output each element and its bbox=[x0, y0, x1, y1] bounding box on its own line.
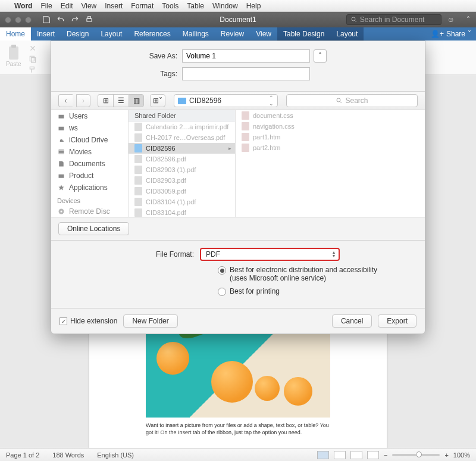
icon-view-icon[interactable]: ⊞ bbox=[98, 94, 113, 107]
print-layout-view-icon[interactable] bbox=[317, 451, 329, 459]
new-folder-button[interactable]: New Folder bbox=[123, 314, 177, 328]
menu-window[interactable]: Window bbox=[212, 2, 238, 10]
sidebar-item[interactable]: Documents bbox=[51, 158, 128, 170]
location-dropdown[interactable]: CID82596 ⌃⌄ bbox=[174, 94, 278, 107]
file-row[interactable]: CH-2017 re…Overseas.pdf bbox=[129, 132, 235, 143]
tab-table-layout[interactable]: Layout bbox=[330, 27, 364, 41]
radio-electronic[interactable] bbox=[218, 266, 226, 275]
tab-home[interactable]: Home bbox=[0, 27, 31, 41]
body-text[interactable]: Want to insert a picture from your files… bbox=[89, 418, 387, 436]
web-layout-view-icon[interactable] bbox=[334, 451, 346, 459]
file-row[interactable]: CID82903 (1).pdf bbox=[129, 164, 235, 175]
menu-edit[interactable]: Edit bbox=[61, 2, 73, 10]
menu-format[interactable]: Format bbox=[131, 2, 154, 10]
file-row[interactable]: part1.htm bbox=[236, 132, 425, 142]
format-painter-icon[interactable] bbox=[29, 66, 37, 74]
radio-printing[interactable] bbox=[218, 288, 226, 296]
menu-insert[interactable]: Insert bbox=[105, 2, 123, 10]
file-row[interactable]: Calendario 2…a imprimir.pdf bbox=[129, 122, 235, 132]
outline-view-icon[interactable] bbox=[350, 451, 362, 459]
file-row[interactable]: CID83104.pdf bbox=[129, 207, 235, 217]
tab-table-design[interactable]: Table Design bbox=[277, 27, 330, 41]
tab-review[interactable]: Review bbox=[215, 27, 250, 41]
tab-mailings[interactable]: Mailings bbox=[177, 27, 215, 41]
file-row[interactable]: navigation.css bbox=[236, 121, 425, 132]
menu-view[interactable]: View bbox=[81, 2, 96, 10]
file-name: CID83104.pdf bbox=[146, 209, 186, 216]
sidebar-item[interactable]: iCloud Drive bbox=[51, 134, 128, 146]
column-view-icon[interactable]: ▥ bbox=[129, 94, 144, 107]
tab-view[interactable]: View bbox=[250, 27, 277, 41]
paste-label[interactable]: Paste bbox=[6, 61, 21, 67]
word-count[interactable]: 188 Words bbox=[52, 451, 84, 459]
svg-rect-4 bbox=[11, 45, 16, 48]
hide-extension-label: Hide extension bbox=[70, 317, 117, 325]
app-menu[interactable]: Word bbox=[14, 2, 32, 10]
tab-references[interactable]: References bbox=[128, 27, 176, 41]
share-button[interactable]: 👤+Share˅ bbox=[426, 27, 476, 41]
file-icon bbox=[134, 198, 142, 206]
menu-help[interactable]: Help bbox=[246, 2, 261, 10]
print-icon[interactable] bbox=[85, 15, 93, 24]
file-format-dropdown[interactable]: PDF ▴▾ bbox=[200, 248, 340, 261]
file-name: CID82903.pdf bbox=[146, 177, 186, 184]
save-icon[interactable] bbox=[42, 15, 51, 24]
file-row[interactable]: part2.htm bbox=[236, 142, 425, 153]
language-indicator[interactable]: English (US) bbox=[97, 451, 134, 459]
browser-search[interactable]: Search bbox=[286, 94, 418, 107]
undo-icon[interactable] bbox=[57, 15, 65, 24]
menu-tools[interactable]: Tools bbox=[162, 2, 178, 10]
file-row[interactable]: CID82596 bbox=[129, 143, 235, 154]
export-button[interactable]: Export bbox=[378, 314, 416, 328]
collapse-button[interactable]: ˄ bbox=[314, 49, 327, 63]
sidebar-item[interactable]: Users bbox=[51, 110, 128, 122]
cut-icon[interactable] bbox=[29, 44, 37, 52]
zoom-out-icon[interactable]: − bbox=[384, 451, 387, 459]
search-in-document[interactable]: Search in Document bbox=[346, 14, 441, 25]
sidebar-icon bbox=[57, 148, 65, 155]
back-button[interactable]: ‹ bbox=[58, 94, 73, 107]
file-row[interactable]: document.css bbox=[236, 110, 425, 121]
redo-icon[interactable] bbox=[71, 15, 79, 24]
sidebar-item-label: Movies bbox=[69, 148, 92, 156]
minimize-icon[interactable] bbox=[15, 17, 21, 23]
file-name: Calendario 2…a imprimir.pdf bbox=[146, 123, 228, 130]
cancel-button[interactable]: Cancel bbox=[332, 314, 372, 328]
file-name: CID82596.pdf bbox=[146, 155, 186, 163]
sidebar-item[interactable]: Product bbox=[51, 170, 128, 182]
sidebar-item[interactable]: Applications bbox=[51, 182, 128, 194]
close-icon[interactable] bbox=[5, 17, 11, 23]
file-row[interactable]: CID83059.pdf bbox=[129, 186, 235, 197]
chevron-updown-icon: ▴▾ bbox=[333, 251, 335, 258]
menu-table[interactable]: Table bbox=[187, 2, 204, 10]
group-dropdown[interactable]: ⊞˅ bbox=[150, 94, 165, 107]
draft-view-icon[interactable] bbox=[367, 451, 379, 459]
file-row[interactable]: CID82903.pdf bbox=[129, 175, 235, 186]
save-as-field[interactable] bbox=[182, 49, 310, 63]
sidebar-item[interactable]: Movies bbox=[51, 146, 128, 158]
zoom-level[interactable]: 100% bbox=[453, 451, 470, 459]
copy-icon[interactable] bbox=[29, 55, 37, 63]
menu-file[interactable]: File bbox=[40, 2, 52, 10]
page-indicator[interactable]: Page 1 of 2 bbox=[6, 451, 39, 459]
sidebar-item[interactable]: ws bbox=[51, 122, 128, 134]
chevron-up-icon[interactable]: ˄ bbox=[466, 15, 470, 24]
account-icon[interactable]: ☺ bbox=[447, 15, 455, 24]
tab-insert[interactable]: Insert bbox=[31, 27, 61, 41]
tab-design[interactable]: Design bbox=[61, 27, 95, 41]
forward-button[interactable]: › bbox=[76, 94, 90, 107]
tab-layout[interactable]: Layout bbox=[95, 27, 128, 41]
list-view-icon[interactable]: ☰ bbox=[113, 94, 129, 107]
tags-field[interactable] bbox=[182, 67, 310, 80]
svg-point-7 bbox=[337, 98, 340, 102]
zoom-slider[interactable] bbox=[392, 454, 440, 456]
zoom-in-icon[interactable]: + bbox=[444, 451, 448, 459]
sidebar-item[interactable]: Remote Disc bbox=[51, 205, 128, 217]
online-locations-button[interactable]: Online Locations bbox=[58, 222, 129, 235]
zoom-icon[interactable] bbox=[25, 17, 32, 23]
hide-extension-checkbox[interactable]: ✓Hide extension bbox=[60, 317, 117, 325]
file-format-value: PDF bbox=[206, 250, 220, 258]
file-row[interactable]: CID82596.pdf bbox=[129, 154, 235, 164]
status-bar: Page 1 of 2 188 Words English (US) − + 1… bbox=[0, 448, 476, 461]
file-row[interactable]: CID83104 (1).pdf bbox=[129, 197, 235, 207]
